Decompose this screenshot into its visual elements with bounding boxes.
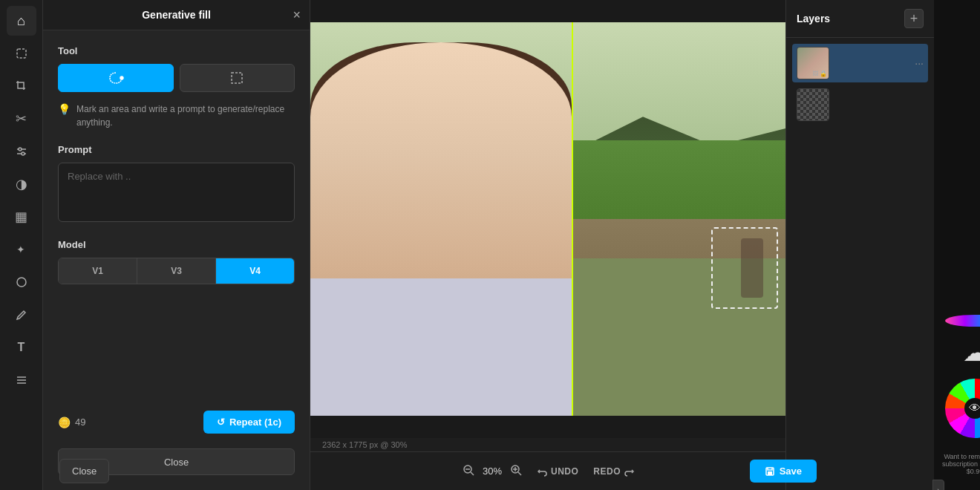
layer-menu-button[interactable]: ··· (915, 57, 924, 69)
panel-close-button[interactable]: × (293, 8, 301, 22)
svg-line-13 (471, 472, 474, 475)
canvas-image[interactable] (310, 22, 785, 416)
undo-label: UNDO (551, 466, 578, 477)
layer-photo-icon: 🖼 (812, 71, 818, 77)
tool-home[interactable]: ⌂ (7, 6, 36, 36)
repeat-button[interactable]: ↺ Repeat (1c) (203, 411, 295, 434)
tool-scissors[interactable]: ✂ (7, 104, 36, 134)
zoom-controls: 30% (462, 463, 523, 479)
history-controls: UNDO REDO (538, 466, 634, 477)
selection-dashed-box (711, 227, 778, 309)
layers-title: Layers (797, 13, 830, 24)
save-button[interactable]: Save (750, 460, 817, 483)
canvas-dimensions: 2362 x 1775 px @ 30% (322, 440, 408, 449)
repeat-label: Repeat (1c) (229, 416, 281, 428)
tool-crop[interactable] (7, 71, 36, 101)
prompt-label: Prompt (58, 144, 295, 155)
panel-header: Generative fill × (43, 0, 310, 30)
svg-point-6 (17, 278, 26, 287)
panel-title: Generative fill (142, 9, 211, 21)
layer-lock-icon: 🔒 (820, 71, 827, 77)
model-v4-button[interactable]: V4 (216, 258, 294, 284)
undo-button[interactable]: UNDO (538, 466, 578, 477)
svg-point-4 (22, 152, 24, 155)
left-toolbar: ⌂ ✂ ◑ ▦ ✦ (0, 0, 43, 490)
svg-point-10 (120, 76, 123, 79)
svg-rect-11 (232, 73, 242, 83)
model-v1-button[interactable]: V1 (59, 258, 137, 284)
tool-effects[interactable]: ✦ (7, 235, 36, 264)
gen-fill-panel: Generative fill × Tool (43, 0, 310, 490)
credits-value: 49 (75, 416, 85, 428)
hint-text: Mark an area and write a prompt to gener… (76, 102, 295, 129)
repeat-icon: ↺ (217, 416, 225, 428)
zoom-in-button[interactable] (509, 463, 523, 479)
layers-list: 🖼 🔒 ··· (786, 38, 934, 490)
svg-point-3 (19, 148, 22, 151)
zoom-level: 30% (483, 466, 502, 477)
tool-pen[interactable] (7, 300, 36, 330)
prompt-textarea[interactable] (58, 163, 295, 222)
decorative-shapes: ☁ 👁 (945, 315, 980, 438)
decorative-color-wheel: 👁 (945, 379, 980, 438)
model-v3-button[interactable]: V3 (137, 258, 216, 284)
promo-text[interactable]: Want to remove Pixlr subscription as low… (934, 453, 980, 475)
canvas-bottom-bar: Close 30% (310, 451, 785, 490)
panel-actions: 🪙 49 ↺ Repeat (1c) (43, 411, 310, 448)
photo-jacket (310, 278, 572, 416)
zoom-out-button[interactable] (462, 463, 475, 479)
credits-row: 🪙 49 (58, 416, 85, 428)
tool-lines[interactable] (7, 365, 36, 395)
redo-button[interactable]: REDO (593, 466, 634, 477)
canvas-main[interactable] (310, 0, 785, 438)
layer-item[interactable] (792, 85, 928, 124)
redo-label: REDO (593, 466, 621, 477)
layer-item[interactable]: 🖼 🔒 ··· (792, 44, 928, 82)
far-right-area: 👤 ☁ 👁 Want to remove Pixlr subscription … (934, 0, 980, 490)
tool-section-label: Tool (58, 45, 295, 56)
wheel-center: 👁 (964, 398, 980, 419)
tool-marquee[interactable] (7, 39, 36, 68)
svg-line-16 (518, 472, 521, 475)
hint-icon: 💡 (58, 103, 71, 115)
model-label: Model (58, 239, 295, 250)
tool-grid[interactable]: ▦ (7, 202, 36, 232)
prompt-section: Prompt (58, 144, 295, 224)
panel-content: Tool 💡 Mark an area and write a pro (43, 30, 310, 411)
layer-transparent-preview (797, 89, 829, 120)
yellow-divider-line (572, 22, 573, 416)
layers-panel: Layers + 🖼 🔒 ··· (785, 0, 934, 490)
layer-icons: 🖼 🔒 (812, 71, 827, 77)
layers-header: Layers + (786, 0, 934, 38)
svg-rect-20 (768, 471, 772, 475)
tool-adjustments[interactable] (7, 137, 36, 166)
marquee-tool-button[interactable] (180, 64, 295, 92)
model-buttons-group: V1 V3 V4 (58, 258, 295, 284)
save-label: Save (780, 466, 802, 477)
canvas-close-button[interactable]: Close (59, 459, 109, 483)
full-canvas-area: 2362 x 1775 px @ 30% Close 30% (310, 0, 785, 490)
tool-buttons-group (58, 64, 295, 92)
add-layer-button[interactable]: + (904, 9, 924, 28)
canvas-info-bar: 2362 x 1775 px @ 30% (310, 438, 785, 451)
tool-contrast[interactable]: ◑ (7, 169, 36, 199)
decorative-ring (945, 315, 980, 327)
credits-icon: 🪙 (58, 416, 71, 428)
tool-text[interactable]: T (7, 333, 36, 362)
svg-text:✦: ✦ (16, 244, 25, 255)
hint-row: 💡 Mark an area and write a prompt to gen… (58, 102, 295, 129)
tool-circle[interactable] (7, 267, 36, 297)
layer-thumbnail (797, 88, 829, 121)
lasso-tool-button[interactable] (58, 64, 174, 92)
far-right-top: 👤 (934, 264, 980, 300)
layer-thumbnail: 🖼 🔒 (797, 47, 829, 79)
collapse-layers-button[interactable]: › (932, 480, 944, 490)
decorative-cloud: ☁ (963, 339, 980, 367)
model-section: Model V1 V3 V4 (58, 239, 295, 284)
svg-rect-0 (17, 49, 26, 58)
